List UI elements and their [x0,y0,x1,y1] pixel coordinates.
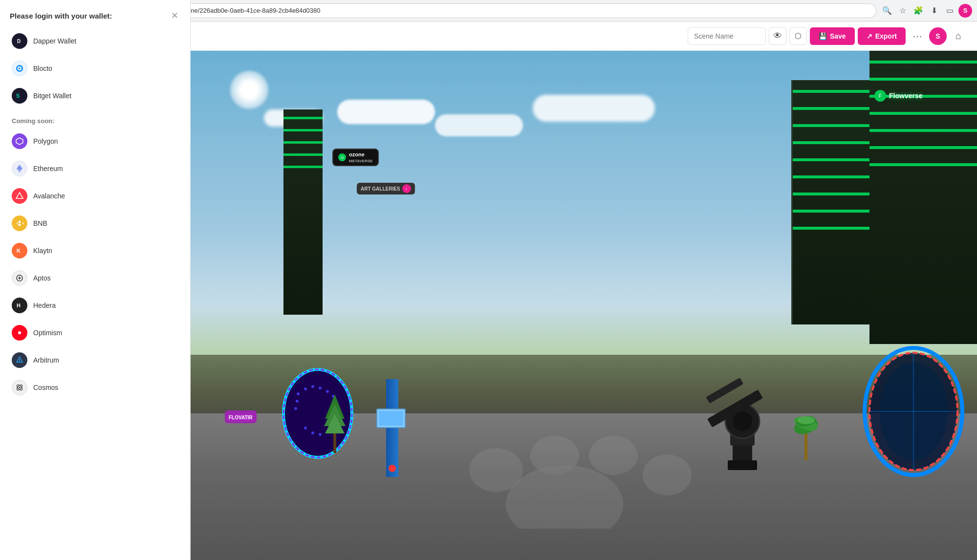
avalanche-icon [12,188,27,204]
tree [323,394,347,455]
right-building-1 [791,80,879,324]
flovatir-sign: FLOVATIR [225,410,257,423]
svg-marker-65 [17,222,18,225]
svg-point-94 [304,427,307,430]
svg-point-76 [19,387,21,388]
app-container: ozone STUDIO 👁 ⬡ 💾 Save ↗ Export ⋯ S ⌂ [0,22,977,560]
wallet-item-avalanche[interactable]: Avalanche [6,183,184,209]
svg-rect-109 [706,378,743,404]
search-button[interactable]: 🔍 [880,4,894,18]
coming-soon-wallet-list: Polygon Ethereum Avalanche [0,129,190,400]
svg-marker-66 [22,222,24,225]
save-button[interactable]: 💾 Save [810,27,855,45]
svg-point-79 [530,436,579,475]
home-button[interactable]: ⌂ [950,27,967,45]
svg-text:K: K [17,248,21,254]
svg-point-77 [506,465,623,529]
export-label: Export [875,32,897,40]
download-button[interactable]: ⬇ [927,4,941,18]
grid-button[interactable]: ⋯ [909,27,926,45]
wallet-list: D Dapper Wallet Blocto S Bitget Wa [0,51,190,108]
wallet-name: Cosmos [33,384,58,391]
browser-toolbar-right: 🔍 ☆ 🧩 ⬇ ▭ S [880,4,972,18]
scene-name-input[interactable] [688,27,766,45]
svg-marker-62 [16,193,23,198]
svg-point-92 [296,400,299,403]
wallet-item-optimism[interactable]: Optimism [6,320,184,345]
wallet-name: Optimism [33,329,62,337]
svg-point-96 [319,433,322,436]
header-avatar[interactable]: S [929,27,947,45]
extensions-button[interactable]: 🧩 [912,4,925,18]
art-galleries-sign: ART GALLERIES i [357,183,415,194]
hedera-icon: H [12,298,27,313]
browser-profile[interactable]: S [958,4,972,18]
ethereum-icon [12,161,27,176]
wallet-name: Arbitrum [33,356,59,364]
robot-cannon [694,353,791,482]
svg-rect-120 [804,431,807,460]
wallet-item-hedera[interactable]: H Hedera [6,293,184,318]
wallet-name: Avalanche [33,192,65,200]
wallet-item-arbitrum[interactable]: Arbitrum [6,347,184,373]
cloud-4 [533,95,655,122]
svg-point-71 [18,331,21,334]
flowverse-sign: F Flowverse [874,90,922,102]
tablet-button[interactable]: ▭ [943,4,956,18]
export-button[interactable]: ↗ Export [858,27,906,45]
svg-text:S: S [16,93,20,99]
polygon-icon [12,133,27,149]
svg-point-87 [319,387,322,389]
ozone-sign: O ozoneMETAVERSE [332,149,379,166]
cloud-2 [337,100,435,124]
right-portal [860,338,967,487]
wallet-item-aptos[interactable]: Aptos [6,265,184,291]
svg-point-93 [294,407,297,410]
svg-point-86 [311,385,314,388]
arbitrum-icon [12,352,27,368]
svg-point-107 [733,411,752,431]
save-label: Save [830,32,846,40]
wallet-modal: Please login with your wallet: ✕ D Dappe… [0,51,191,560]
svg-point-84 [297,392,300,395]
wallet-name: Polygon [33,137,58,145]
share-button[interactable]: ⬡ [789,27,807,45]
scene-area[interactable]: ↩ ↪ [93,51,977,560]
wallet-name: Blocto [33,65,52,72]
wallet-item-bnb[interactable]: BNB [6,211,184,236]
right-building-2: F Flowverse [869,51,977,344]
wallet-item-dapper[interactable]: D Dapper Wallet [6,51,184,54]
svg-point-81 [643,454,692,495]
wallet-item-bitget[interactable]: S Bitget Wallet [6,83,184,108]
wallet-item-cosmos[interactable]: Cosmos [6,375,184,400]
bitget-icon: S [12,88,27,104]
wallet-name: Aptos [33,274,51,282]
palm-tree [791,392,821,462]
cosmos-icon [12,380,27,395]
wallet-item-blocto[interactable]: Blocto [6,56,184,81]
bnb-icon [12,215,27,231]
klaytn-icon: K [12,243,27,258]
wallet-name: Ethereum [33,165,63,172]
floor-tiles [93,413,977,560]
svg-rect-99 [333,433,336,453]
svg-point-124 [797,416,815,424]
export-icon: ↗ [867,32,872,40]
blocto-icon [12,61,27,76]
bookmark-button[interactable]: ☆ [896,4,910,18]
wallet-name: Hedera [33,302,56,309]
wallet-item-polygon[interactable]: Polygon [6,129,184,154]
svg-rect-104 [728,460,757,470]
wallet-name: Klaytn [33,247,52,255]
svg-marker-63 [18,220,21,223]
svg-point-95 [311,431,314,434]
svg-point-57 [19,67,21,69]
center-building [283,109,323,315]
wallet-item-klaytn[interactable]: K Klaytn [6,238,184,263]
paw-print [418,407,711,531]
wallet-name: Bitget Wallet [33,92,71,100]
wallet-name: BNB [33,219,47,227]
wallet-item-ethereum[interactable]: Ethereum [6,156,184,181]
svg-text:H: H [17,302,21,308]
eye-button[interactable]: 👁 [769,27,786,45]
